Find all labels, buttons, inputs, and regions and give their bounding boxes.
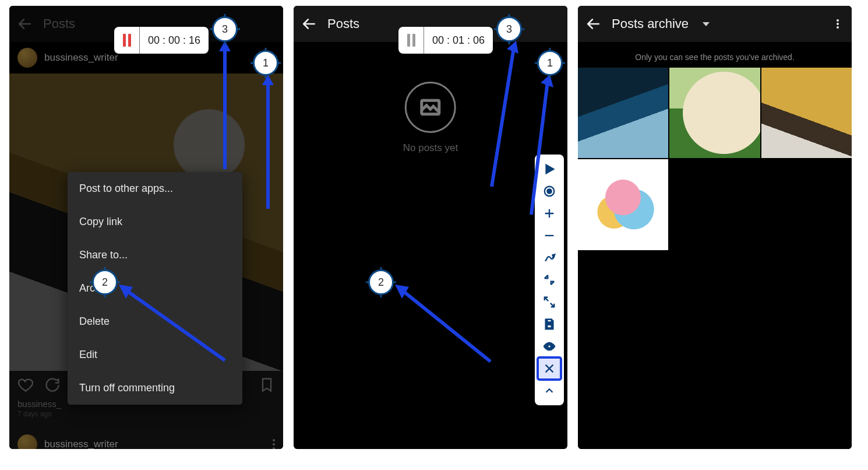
annotation-arrow <box>260 75 283 215</box>
tool-zoom-out-icon[interactable] <box>538 225 561 247</box>
svg-rect-12 <box>547 325 551 328</box>
menu-copy-link[interactable]: Copy link <box>68 205 242 238</box>
annotation-arrow <box>391 280 496 367</box>
archive-note: Only you can see the posts you've archiv… <box>578 42 852 68</box>
timer-value: 00 : 01 : 06 <box>424 34 493 47</box>
svg-marker-19 <box>395 285 409 299</box>
svg-marker-10 <box>553 255 555 258</box>
tool-expand-icon[interactable] <box>538 291 561 313</box>
annotation-arrow <box>213 41 248 175</box>
header: Posts archive <box>578 6 852 42</box>
back-icon[interactable] <box>586 16 601 31</box>
pause-button[interactable] <box>398 27 424 54</box>
annotation-marker-2: 2 <box>368 269 394 295</box>
pause-button[interactable] <box>114 27 140 54</box>
screenshot-1: Posts bussiness_writer bussiness_ 7 days… <box>9 6 283 449</box>
empty-posts-icon <box>405 82 456 133</box>
annotation-marker-3: 3 <box>212 16 238 42</box>
page-title: Posts <box>327 16 359 31</box>
tool-collapse-icon[interactable] <box>538 380 561 402</box>
svg-rect-11 <box>547 320 551 322</box>
archive-body: Only you can see the posts you've archiv… <box>578 42 852 449</box>
archive-tile[interactable] <box>578 68 668 158</box>
svg-marker-3 <box>262 75 274 85</box>
archive-tile[interactable] <box>578 159 668 250</box>
svg-line-4 <box>125 289 225 360</box>
tool-close-icon[interactable] <box>538 357 561 380</box>
annotation-marker-1: 1 <box>537 50 563 76</box>
annotation-marker-1: 1 <box>253 50 278 76</box>
no-posts-label: No posts yet <box>403 142 458 154</box>
archive-tile[interactable] <box>669 68 760 158</box>
screenshot-2: Posts No posts yet 00 : 01 : 06 3 1 2 <box>294 6 567 449</box>
empty-state: No posts yet <box>403 82 458 154</box>
menu-post-to-other-apps[interactable]: Post to other apps... <box>68 172 242 205</box>
tool-shrink-icon[interactable] <box>538 269 561 291</box>
archive-grid <box>578 68 852 250</box>
annotation-marker-2: 2 <box>92 269 118 295</box>
annotation-arrow <box>525 75 560 220</box>
svg-line-16 <box>531 82 548 215</box>
tool-save-icon[interactable] <box>538 313 561 335</box>
overflow-menu-icon[interactable] <box>832 18 844 30</box>
menu-share-to[interactable]: Share to... <box>68 238 242 272</box>
svg-line-14 <box>492 48 514 187</box>
tool-visibility-icon[interactable] <box>538 335 561 357</box>
annotation-marker-3: 3 <box>496 16 522 42</box>
archive-tile[interactable] <box>761 68 852 158</box>
tool-squiggle-icon[interactable] <box>538 247 561 269</box>
back-icon[interactable] <box>302 16 317 31</box>
timer-value: 00 : 00 : 16 <box>140 34 209 47</box>
svg-line-18 <box>401 289 491 362</box>
annotation-arrow <box>114 279 231 366</box>
page-title[interactable]: Posts archive <box>612 16 689 31</box>
dropdown-caret-icon[interactable] <box>703 22 710 26</box>
screenshot-3: Posts archive Only you can see the posts… <box>578 6 852 449</box>
svg-point-13 <box>548 345 551 348</box>
menu-turn-off-comment[interactable]: Turn off commenting <box>68 371 242 405</box>
recorder-timer: 00 : 01 : 06 <box>398 27 493 54</box>
recorder-timer: 00 : 00 : 16 <box>114 27 209 54</box>
